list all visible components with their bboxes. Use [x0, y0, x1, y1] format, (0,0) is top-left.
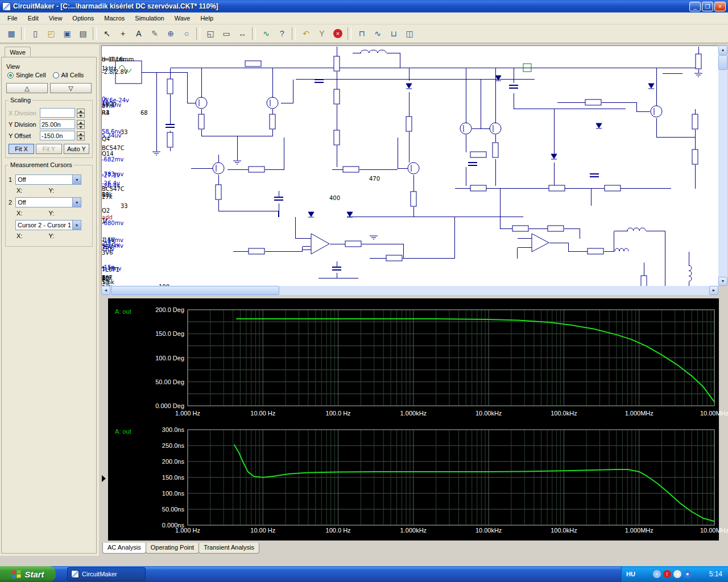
stop-simulation-button[interactable]: × [330, 26, 345, 41]
test-probe-icon: Y [319, 29, 324, 38]
menu-edit[interactable]: Edit [23, 14, 44, 23]
cursor-diff-select[interactable]: Cursor 2 - Cursor 1 ▼ [15, 220, 81, 230]
cursor2-select[interactable]: Off ▼ [15, 197, 81, 207]
print-button[interactable]: ▤ [76, 26, 90, 41]
language-indicator[interactable]: HU [626, 571, 635, 577]
vertical-scroll-thumb[interactable] [718, 55, 727, 70]
scroll-up-arrow[interactable]: ▲ [718, 45, 727, 55]
circuitmaker-task-icon [71, 570, 79, 578]
schematic-annotation: 33 [121, 203, 128, 209]
menu-macros[interactable]: Macros [99, 14, 130, 23]
wire-tool-button[interactable]: ✎ [147, 26, 162, 41]
pan-view-button[interactable]: ↔ [235, 26, 250, 41]
volume-icon[interactable]: ◄ [673, 570, 681, 578]
schematic-vertical-scrollbar[interactable]: ▲ ▼ [718, 45, 727, 286]
select-arrow-button[interactable]: ↖ [100, 26, 114, 41]
schematic-annotation: Q14 [102, 151, 114, 157]
x-axis-tick-label: 1.000MHz [625, 527, 653, 534]
search-part-button[interactable]: ○ [179, 26, 194, 41]
zoom-tool-button[interactable]: ⊕ [163, 26, 178, 41]
tab-operating-point[interactable]: Operating Point [146, 543, 199, 554]
tab-transient-analysis[interactable]: Transient Analysis [198, 543, 259, 554]
save-file-button[interactable]: ▣ [60, 26, 75, 41]
test-probe-button[interactable]: Y [315, 26, 329, 41]
menu-simulation[interactable]: Simulation [130, 14, 169, 23]
menu-view[interactable]: View [44, 14, 68, 23]
schematic-canvas[interactable]: -2.8/2.8V1kHz58.6nv58.1nvR387ml=10cmd=0.… [101, 45, 718, 286]
y-offset-spin-up[interactable] [77, 131, 85, 136]
start-button[interactable]: Start [0, 566, 56, 582]
zoom-page-button[interactable]: ◱ [203, 26, 218, 41]
system-tray: HU «!◄● 5:14 [621, 566, 728, 582]
radio-single-cell[interactable] [7, 72, 14, 78]
schematic-annotation: 470 [369, 176, 380, 182]
x-division-spin-down[interactable] [77, 113, 85, 118]
wave-up-button[interactable]: △ [6, 83, 48, 93]
new-document-button[interactable]: ▯ [28, 26, 43, 41]
minimize-button[interactable]: _ [689, 2, 701, 11]
open-file-button[interactable]: ◰ [44, 26, 59, 41]
analysis-windows-icon: ◫ [406, 29, 413, 38]
horizontal-scroll-thumb[interactable] [111, 286, 279, 295]
menu-options[interactable]: Options [67, 14, 99, 23]
y-division-label: Y Division [9, 121, 38, 128]
x-division-input[interactable] [40, 108, 75, 118]
zoom-tool-icon: ⊕ [167, 29, 174, 38]
antivirus-icon[interactable]: ! [663, 570, 671, 578]
x-axis-tick-label: 10.00kHz [475, 527, 502, 534]
fit-y-button[interactable]: Fit Y [36, 144, 61, 154]
y-offset-input[interactable] [40, 131, 75, 140]
analog-waveforms-button[interactable]: ∿ [370, 26, 385, 41]
parts-palette-icon: ▦ [7, 29, 15, 38]
text-tool-icon: A [136, 29, 141, 38]
parts-palette-button[interactable]: ▦ [4, 26, 19, 41]
toolbar-separator [348, 27, 351, 40]
help-icon: ? [280, 29, 284, 38]
scroll-right-arrow[interactable]: ► [709, 286, 718, 295]
cursor1-select[interactable]: Off ▼ [15, 174, 81, 185]
messenger-icon[interactable]: ● [684, 570, 692, 578]
chevron-down-icon[interactable]: ▼ [72, 221, 81, 230]
task-button-circuitmaker[interactable]: CircuitMaker [67, 567, 146, 581]
analysis-windows-button[interactable]: ◫ [402, 26, 417, 41]
place-part-button[interactable]: + [115, 26, 130, 41]
mixed-waveforms-button[interactable]: ⊔ [386, 26, 401, 41]
undo-button[interactable]: ↶ [299, 26, 313, 41]
chevron-down-icon[interactable]: ▼ [72, 198, 81, 207]
wave-down-button[interactable]: ▽ [50, 83, 92, 93]
text-tool-button[interactable]: A [131, 26, 146, 41]
cursor-diff-x-label: X: [16, 232, 22, 239]
auto-y-button[interactable]: Auto Y [64, 144, 89, 154]
view-label: View [6, 63, 93, 70]
radio-all-cells[interactable] [53, 72, 59, 78]
analysis-plot-region: 200.0 Deg150.0 Deg100.0 Deg50.00 Deg0.00… [101, 295, 728, 543]
fit-to-window-button[interactable]: ▭ [219, 26, 234, 41]
x-division-spin-up[interactable] [77, 109, 85, 113]
menu-file[interactable]: File [2, 14, 23, 23]
pane-splitter-handle[interactable] [102, 475, 106, 482]
y-division-spin-up[interactable] [77, 120, 85, 124]
close-button[interactable]: × [714, 2, 726, 11]
scroll-down-arrow[interactable]: ▼ [718, 277, 727, 286]
y-offset-label: Y Offset [9, 132, 38, 139]
title-bar[interactable]: CircuitMaker - [C:...\harmadik kísérlet … [0, 0, 728, 13]
menu-wave[interactable]: Wave [169, 14, 196, 23]
open-file-icon: ◰ [47, 29, 55, 38]
chevron-down-icon[interactable]: ▼ [72, 175, 81, 184]
show-hidden-icon[interactable]: « [653, 570, 661, 578]
tab-ac-analysis[interactable]: AC Analysis [102, 543, 146, 554]
x-axis-tick-label: 100.0kHz [551, 410, 577, 417]
menu-help[interactable]: Help [195, 14, 218, 23]
help-button[interactable]: ? [275, 26, 289, 41]
fit-x-button[interactable]: Fit X [9, 144, 34, 154]
edit-simulation-button[interactable]: ∿ [259, 26, 274, 41]
y-offset-spin-down[interactable] [77, 136, 85, 140]
digital-waveforms-button[interactable]: ⊓ [354, 26, 369, 41]
y-division-spin-down[interactable] [77, 124, 85, 129]
schematic-horizontal-scrollbar[interactable]: ◄ ► [101, 286, 718, 295]
scroll-left-arrow[interactable]: ◄ [101, 286, 110, 295]
x-axis-tick-label: 100.0 Hz [326, 527, 351, 534]
maximize-button[interactable]: ❐ [702, 2, 713, 11]
y-division-input[interactable] [40, 119, 75, 129]
tab-wave[interactable]: Wave [5, 47, 31, 57]
